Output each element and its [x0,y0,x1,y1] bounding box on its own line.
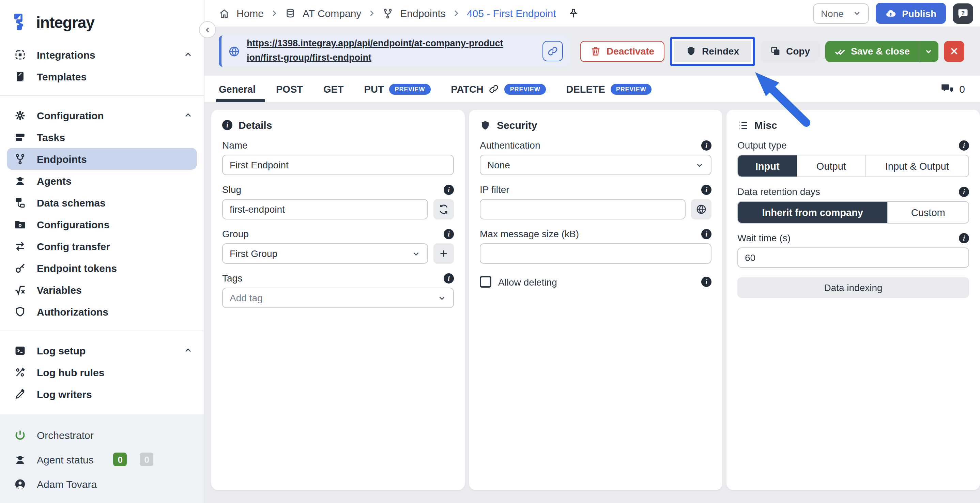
sidebar-item-variables[interactable]: Variables [0,279,204,301]
deactivate-button[interactable]: Deactivate [580,41,665,62]
regenerate-slug-button[interactable] [433,199,454,220]
retention-inherit-option[interactable]: Inherit from company [738,202,887,223]
info-icon[interactable]: i [701,229,711,239]
save-options-dropdown[interactable] [919,41,939,62]
endpoint-url-link[interactable]: https://1398.integray.app/api/endpoint/a… [247,37,506,65]
tab-patch[interactable]: PATCHPREVIEW [451,76,546,102]
sidebar-item-config-transfer[interactable]: Config transfer [0,235,204,257]
user-menu-item[interactable]: Adam Tovara [0,472,204,496]
chevron-down-icon [924,47,933,56]
sidebar-item-log-setup[interactable]: Log setup [0,339,204,361]
wait-time-input[interactable] [737,247,969,268]
app-root: integray Integrations Templates Configur… [0,0,980,503]
copy-button[interactable]: Copy [760,41,819,62]
output-type-output-option[interactable]: Output [797,155,865,177]
integrations-icon [14,49,27,60]
info-icon[interactable]: i [959,140,969,150]
tab-label: PATCH [451,83,484,94]
shield-icon [480,119,491,131]
sidebar-item-label: Variables [37,284,82,296]
data-schemas-icon [14,197,27,208]
sidebar-item-label: Log writers [37,388,92,400]
breadcrumb-home[interactable]: Home [237,8,264,19]
sidebar-item-data-schemas[interactable]: Data schemas [0,191,204,213]
ip-lookup-button[interactable] [691,199,711,220]
retention-custom-option[interactable]: Custom [887,202,969,223]
authentication-select[interactable]: None [480,155,711,175]
name-input[interactable] [222,155,454,175]
group-select[interactable]: First Group [222,244,428,264]
company-database-icon [285,8,296,19]
sidebar-item-label: Templates [37,70,87,82]
brand-name: integray [36,13,94,32]
help-button[interactable]: ? [953,3,973,24]
output-type-field-label: Output typei [737,140,969,151]
ip-filter-input[interactable] [480,199,686,220]
publish-button[interactable]: Publish [876,3,946,24]
info-icon[interactable]: i [701,277,711,287]
close-button[interactable] [944,41,964,62]
info-icon[interactable]: i [701,185,711,194]
slug-input[interactable] [222,199,428,220]
tab-delete[interactable]: DELETEPREVIEW [566,76,652,102]
breadcrumb-endpoints[interactable]: Endpoints [400,8,445,19]
sidebar-item-log-writers[interactable]: Log writers [0,383,204,405]
pencil-icon [14,388,27,400]
security-title: Security [497,119,537,131]
save-close-button[interactable]: Save & close [825,41,919,62]
info-icon[interactable]: i [444,185,454,194]
info-icon[interactable]: i [959,186,969,197]
add-group-button[interactable] [433,244,454,264]
comments-counter[interactable]: 0 [940,83,965,96]
output-type-input-option[interactable]: Input [738,155,797,177]
orchestrator-item[interactable]: Orchestrator [0,423,204,447]
tab-get[interactable]: GET [323,76,344,102]
sidebar-collapse-button[interactable] [199,21,216,38]
ip-filter-field-label: IP filteri [480,184,711,195]
version-select[interactable]: None [813,3,869,24]
max-message-input[interactable] [480,244,711,264]
info-icon[interactable]: i [959,233,969,243]
sidebar-item-configurations[interactable]: Configurations [0,213,204,235]
sidebar-item-log-hub-rules[interactable]: Log hub rules [0,361,204,383]
sidebar-item-endpoint-tokens[interactable]: Endpoint tokens [0,257,204,279]
tab-general[interactable]: General [219,76,256,102]
sidebar-item-endpoints[interactable]: Endpoints [7,148,197,170]
output-type-input-output-option[interactable]: Input & Output [865,155,969,177]
sidebar-item-templates[interactable]: Templates [0,65,204,87]
info-icon[interactable]: i [701,140,711,150]
breadcrumb-company[interactable]: AT Company [302,8,361,19]
tab-post[interactable]: POST [276,76,303,102]
main-area: Home AT Company Endpoints 405 - First En… [204,0,980,503]
info-icon[interactable]: i [444,273,454,283]
tags-select[interactable]: Add tag [222,288,454,308]
retention-field-label: Data retention daysi [737,186,969,197]
pin-icon[interactable] [568,8,579,18]
allow-deleting-checkbox[interactable] [480,276,492,288]
copy-link-button[interactable] [542,41,563,61]
cloud-upload-icon [886,8,897,19]
tab-put[interactable]: PUTPREVIEW [364,76,431,102]
chevron-up-icon[interactable] [183,345,193,355]
wait-time-field-label: Wait time (s)i [737,232,969,244]
info-icon[interactable]: i [444,229,454,239]
data-indexing-button[interactable]: Data indexing [737,277,969,298]
chevron-left-icon [204,25,212,34]
sidebar-item-configuration[interactable]: Configuration [0,104,204,126]
shield-icon [686,46,697,57]
sidebar-item-agents[interactable]: Agents [0,170,204,191]
tab-label: GET [323,83,344,94]
agent-status-item[interactable]: Agent status 0 0 [0,447,204,472]
preview-badge: PREVIEW [505,83,546,94]
chevron-up-icon[interactable] [183,110,193,120]
sidebar-item-integrations[interactable]: Integrations [0,44,204,65]
tab-label: General [219,83,256,94]
brand-logo[interactable]: integray [0,0,204,35]
list-icon [737,119,748,131]
globe-icon [696,204,707,215]
sidebar-item-authorizations[interactable]: Authorizations [0,301,204,322]
chevron-up-icon[interactable] [183,50,193,59]
reindex-button[interactable]: Reindex [674,41,751,62]
security-card: Security Authenticationi None IP filteri… [469,110,722,490]
sidebar-item-tasks[interactable]: Tasks [0,126,204,148]
